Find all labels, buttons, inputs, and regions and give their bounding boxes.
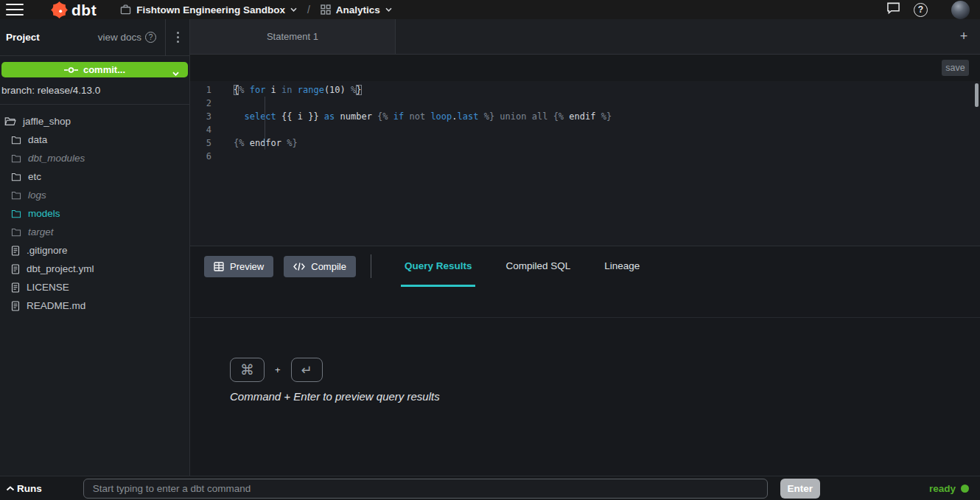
line-number-gutter: 123456 bbox=[190, 81, 220, 246]
preview-label: Preview bbox=[230, 261, 264, 272]
results-action-row: Preview Compile Query Results bbox=[190, 246, 980, 287]
plus-sign: + bbox=[275, 364, 281, 375]
dbt-command-input[interactable] bbox=[83, 479, 768, 499]
ready-dot-icon bbox=[961, 485, 969, 493]
editor-tab-bar: Statement 1 + bbox=[190, 19, 980, 55]
hamburger-menu-icon[interactable] bbox=[6, 4, 24, 15]
code-line: {% for i in range(10) %} bbox=[234, 83, 980, 97]
code-area[interactable]: {% for i in range(10) %} select {{ i }} … bbox=[220, 81, 980, 246]
command-key-icon: ⌘ bbox=[230, 358, 265, 382]
tab-lineage[interactable]: Lineage bbox=[601, 246, 643, 287]
compile-button[interactable]: Compile bbox=[284, 256, 356, 277]
chevron-down-icon[interactable] bbox=[172, 67, 179, 78]
tree-item-label: target bbox=[28, 226, 54, 237]
main-panel: Statement 1 + save 123456 {% for i in ra… bbox=[190, 19, 980, 476]
tree-item-license[interactable]: LICENSE bbox=[0, 278, 189, 296]
table-icon bbox=[214, 262, 224, 271]
tree-item-label: models bbox=[28, 208, 60, 219]
results-divider bbox=[190, 287, 980, 318]
project-name: Analytics bbox=[336, 4, 380, 15]
tree-item-label: dbt_project.yml bbox=[27, 263, 94, 274]
dbt-logo-icon bbox=[50, 1, 69, 19]
runs-toggle[interactable]: Runs bbox=[6, 483, 42, 494]
editor-scrollbar[interactable] bbox=[975, 83, 979, 107]
tree-item-label: README.md bbox=[27, 300, 85, 311]
folder-icon bbox=[11, 191, 21, 200]
account-switcher[interactable]: Fishtown Engineering Sandbox bbox=[120, 4, 297, 15]
tree-item-dbt-project-yml[interactable]: dbt_project.yml bbox=[0, 260, 189, 278]
dbt-logo[interactable]: dbt bbox=[50, 1, 97, 19]
tree-item-data[interactable]: data bbox=[0, 131, 189, 149]
folder-icon bbox=[11, 173, 21, 181]
code-icon bbox=[293, 263, 305, 271]
tab-query-results[interactable]: Query Results bbox=[401, 246, 476, 287]
runs-label: Runs bbox=[17, 483, 42, 494]
preview-button[interactable]: Preview bbox=[204, 256, 273, 277]
help-icon[interactable]: ? bbox=[914, 3, 928, 17]
user-avatar[interactable] bbox=[951, 1, 970, 19]
code-line bbox=[234, 150, 980, 163]
briefcase-icon bbox=[120, 4, 131, 15]
tree-item-etc[interactable]: etc bbox=[0, 167, 189, 186]
folder-icon bbox=[11, 136, 21, 145]
folder-icon bbox=[11, 228, 21, 237]
tree-item-target[interactable]: target bbox=[0, 223, 189, 241]
enter-key-icon: ↵ bbox=[291, 358, 323, 382]
file-tree: jaffle_shopdatadbt_modulesetclogsmodelst… bbox=[0, 105, 189, 315]
indent-guide bbox=[265, 97, 265, 150]
tree-item-logs[interactable]: logs bbox=[0, 186, 189, 204]
tree-item-label: .gitignore bbox=[27, 245, 68, 256]
top-bar: dbt Fishtown Engineering Sandbox / Analy… bbox=[0, 0, 980, 19]
shortcut-hint-keys: ⌘ + ↵ bbox=[230, 358, 980, 382]
file-icon bbox=[11, 282, 20, 293]
git-commit-icon bbox=[64, 66, 78, 74]
compile-label: Compile bbox=[311, 261, 346, 272]
code-line bbox=[234, 123, 980, 136]
status-ready: ready bbox=[929, 483, 969, 494]
code-line bbox=[234, 97, 980, 110]
vertical-divider bbox=[371, 254, 371, 278]
tree-item-label: etc bbox=[28, 171, 41, 182]
kebab-menu-icon[interactable] bbox=[166, 27, 189, 47]
tree-item-dbt-modules[interactable]: dbt_modules bbox=[0, 149, 189, 167]
file-icon bbox=[11, 246, 20, 256]
save-button[interactable]: save bbox=[942, 60, 969, 76]
tab-compiled-sql[interactable]: Compiled SQL bbox=[502, 246, 574, 287]
tree-item-readme-md[interactable]: README.md bbox=[0, 296, 189, 315]
view-docs-label: view docs bbox=[98, 32, 141, 43]
chevron-down-icon bbox=[385, 7, 392, 12]
line-number: 5 bbox=[190, 136, 220, 150]
enter-button[interactable]: Enter bbox=[780, 479, 820, 499]
tab-label: Compiled SQL bbox=[505, 260, 570, 271]
editor-tab-statement-1[interactable]: Statement 1 bbox=[190, 19, 396, 54]
chevron-up-icon bbox=[6, 486, 15, 491]
project-switcher[interactable]: Analytics bbox=[321, 4, 392, 15]
sidebar-header: Project view docs ? bbox=[0, 19, 189, 56]
tree-item-gitignore[interactable]: .gitignore bbox=[0, 241, 189, 260]
tree-item-label: dbt_modules bbox=[28, 153, 85, 164]
question-circle-icon: ? bbox=[145, 32, 156, 43]
line-number: 1 bbox=[190, 83, 220, 97]
chevron-down-icon bbox=[290, 7, 297, 12]
line-number: 2 bbox=[190, 97, 220, 110]
new-tab-button[interactable]: + bbox=[948, 19, 980, 54]
tree-item-jaffle-shop[interactable]: jaffle_shop bbox=[0, 112, 189, 131]
code-editor[interactable]: 123456 {% for i in range(10) %} select {… bbox=[190, 81, 980, 246]
commit-button[interactable]: commit... bbox=[1, 62, 188, 77]
commit-label: commit... bbox=[83, 64, 125, 75]
chat-icon[interactable] bbox=[886, 1, 900, 18]
shortcut-hint-text: Command + Enter to preview query results bbox=[230, 390, 980, 403]
tree-item-label: jaffle_shop bbox=[23, 116, 71, 127]
results-panel: Preview Compile Query Results bbox=[190, 246, 980, 476]
file-icon bbox=[11, 264, 20, 274]
code-line: {% endfor %} bbox=[234, 136, 980, 150]
view-docs-link[interactable]: view docs ? bbox=[98, 32, 156, 43]
path-separator: / bbox=[307, 4, 310, 15]
tree-item-models[interactable]: models bbox=[0, 204, 189, 223]
account-name: Fishtown Engineering Sandbox bbox=[136, 4, 285, 15]
editor-toolbar: save bbox=[190, 55, 980, 81]
folder-icon bbox=[11, 209, 21, 218]
sidebar-title: Project bbox=[6, 32, 40, 43]
tree-item-label: data bbox=[28, 134, 47, 145]
branch-label: branch: release/4.13.0 bbox=[0, 77, 189, 96]
